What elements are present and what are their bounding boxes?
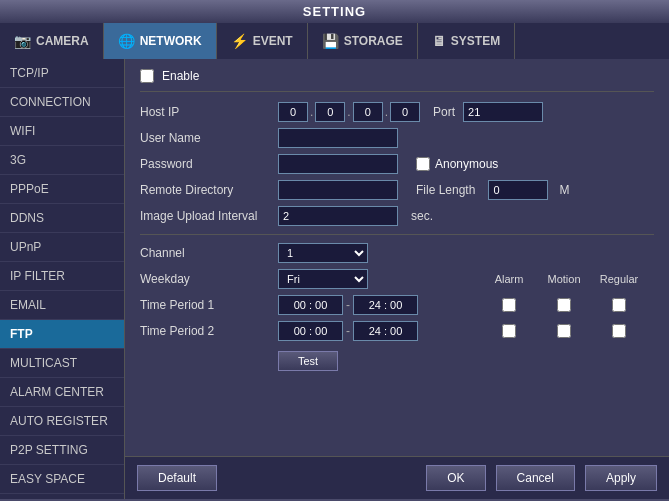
weekday-row: Weekday Mon Tue Wed Thu Fri Sat Sun Alar…	[140, 269, 654, 289]
test-button[interactable]: Test	[278, 351, 338, 371]
regular-col-header: Regular	[594, 273, 644, 285]
weekday-select[interactable]: Mon Tue Wed Thu Fri Sat Sun	[278, 269, 368, 289]
password-label: Password	[140, 157, 270, 171]
time2-range: -	[278, 321, 418, 341]
ip-octet-1[interactable]	[278, 102, 308, 122]
default-button[interactable]: Default	[137, 465, 217, 491]
ok-button[interactable]: OK	[426, 465, 485, 491]
time2-regular-checkbox[interactable]	[612, 324, 626, 338]
time1-alarm-check	[484, 298, 534, 312]
sidebar-item-ftp[interactable]: FTP	[0, 320, 124, 349]
tab-network[interactable]: 🌐 NETWORK	[104, 23, 217, 59]
time2-alarm-check	[484, 324, 534, 338]
host-ip-row: Host IP . . . Port	[140, 102, 654, 122]
file-length-unit: M	[559, 183, 569, 197]
schedule-section: Channel 1 2 3 4 Weekday Mon Tue	[140, 243, 654, 371]
time1-alarm-checkbox[interactable]	[502, 298, 516, 312]
tab-system[interactable]: 🖥 SYSTEM	[418, 23, 515, 59]
event-icon: ⚡	[231, 33, 248, 49]
time2-start-input[interactable]	[278, 321, 343, 341]
upload-interval-unit: sec.	[411, 209, 433, 223]
bottom-bar: Default OK Cancel Apply	[125, 456, 669, 499]
time1-start-input[interactable]	[278, 295, 343, 315]
anonymous-label: Anonymous	[435, 157, 498, 171]
sidebar-item-connection[interactable]: CONNECTION	[0, 88, 124, 117]
anonymous-checkbox[interactable]	[416, 157, 430, 171]
tab-bar: 📷 CAMERA 🌐 NETWORK ⚡ EVENT 💾 STORAGE 🖥 S…	[0, 23, 669, 59]
enable-checkbox[interactable]	[140, 69, 154, 83]
tab-network-label: NETWORK	[140, 34, 202, 48]
anonymous-group: Anonymous	[416, 157, 498, 171]
password-input[interactable]	[278, 154, 398, 174]
sidebar-item-easyspace[interactable]: EASY SPACE	[0, 465, 124, 494]
time1-regular-check	[594, 298, 644, 312]
enable-row: Enable	[140, 69, 654, 92]
sidebar-item-ddns[interactable]: DDNS	[0, 204, 124, 233]
sidebar-item-ipfilter[interactable]: IP FILTER	[0, 262, 124, 291]
upload-interval-input[interactable]	[278, 206, 398, 226]
main-area: TCP/IP CONNECTION WIFI 3G PPPoE DDNS UPn…	[0, 59, 669, 499]
sidebar-item-email[interactable]: EMAIL	[0, 291, 124, 320]
sidebar-item-tcpip[interactable]: TCP/IP	[0, 59, 124, 88]
sidebar-item-autoregister[interactable]: AUTO REGISTER	[0, 407, 124, 436]
storage-icon: 💾	[322, 33, 339, 49]
upload-interval-label: Image Upload Interval	[140, 209, 270, 223]
port-input[interactable]	[463, 102, 543, 122]
enable-label: Enable	[162, 69, 199, 83]
time1-regular-checkbox[interactable]	[612, 298, 626, 312]
sidebar-item-pppoe[interactable]: PPPoE	[0, 175, 124, 204]
time1-end-input[interactable]	[353, 295, 418, 315]
time-period-2-row: Time Period 2 -	[140, 321, 654, 341]
time2-label: Time Period 2	[140, 324, 270, 338]
sidebar-item-p2p[interactable]: P2P SETTING	[0, 436, 124, 465]
tab-storage[interactable]: 💾 STORAGE	[308, 23, 418, 59]
weekday-label: Weekday	[140, 272, 270, 286]
app-title: SETTING	[303, 4, 366, 19]
test-row: Test	[140, 347, 654, 371]
time2-alarm-checkbox[interactable]	[502, 324, 516, 338]
channel-select[interactable]: 1 2 3 4	[278, 243, 368, 263]
ip-octet-3[interactable]	[353, 102, 383, 122]
upload-interval-row: Image Upload Interval sec.	[140, 206, 654, 226]
system-icon: 🖥	[432, 33, 446, 49]
tab-event-label: EVENT	[253, 34, 293, 48]
sidebar-item-wifi[interactable]: WIFI	[0, 117, 124, 146]
ip-octet-4[interactable]	[390, 102, 420, 122]
apply-button[interactable]: Apply	[585, 465, 657, 491]
tab-system-label: SYSTEM	[451, 34, 500, 48]
time1-motion-checkbox[interactable]	[557, 298, 571, 312]
sidebar-item-alarmcenter[interactable]: ALARM CENTER	[0, 378, 124, 407]
username-row: User Name	[140, 128, 654, 148]
time1-motion-check	[539, 298, 589, 312]
sidebar: TCP/IP CONNECTION WIFI 3G PPPoE DDNS UPn…	[0, 59, 125, 499]
time1-label: Time Period 1	[140, 298, 270, 312]
tab-camera[interactable]: 📷 CAMERA	[0, 23, 104, 59]
tab-camera-label: CAMERA	[36, 34, 89, 48]
motion-col-header: Motion	[539, 273, 589, 285]
file-length-input[interactable]	[488, 180, 548, 200]
username-label: User Name	[140, 131, 270, 145]
time1-range: -	[278, 295, 418, 315]
channel-label: Channel	[140, 246, 270, 260]
time2-motion-checkbox[interactable]	[557, 324, 571, 338]
sidebar-item-multicast[interactable]: MULTICAST	[0, 349, 124, 378]
cancel-button[interactable]: Cancel	[496, 465, 575, 491]
time2-regular-check	[594, 324, 644, 338]
remote-dir-input[interactable]	[278, 180, 398, 200]
title-bar: SETTING	[0, 0, 669, 23]
ip-octet-2[interactable]	[315, 102, 345, 122]
tab-event[interactable]: ⚡ EVENT	[217, 23, 308, 59]
ftp-form-section: Host IP . . . Port User Name	[140, 102, 654, 235]
port-label: Port	[433, 105, 455, 119]
sidebar-item-switch[interactable]: SWITCH	[0, 494, 124, 501]
sidebar-item-upnp[interactable]: UPnP	[0, 233, 124, 262]
username-input[interactable]	[278, 128, 398, 148]
sidebar-item-3g[interactable]: 3G	[0, 146, 124, 175]
time2-end-input[interactable]	[353, 321, 418, 341]
network-icon: 🌐	[118, 33, 135, 49]
remote-dir-row: Remote Directory File Length M	[140, 180, 654, 200]
host-ip-label: Host IP	[140, 105, 270, 119]
alarm-col-header: Alarm	[484, 273, 534, 285]
password-row: Password Anonymous	[140, 154, 654, 174]
time2-motion-check	[539, 324, 589, 338]
